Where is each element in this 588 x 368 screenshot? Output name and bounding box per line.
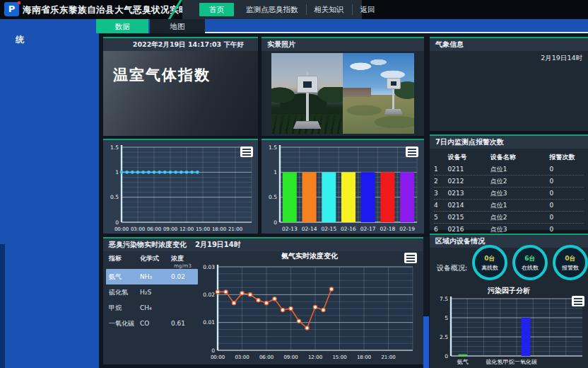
svg-text:18:00: 18:00: [357, 355, 371, 360]
svg-text:氨气: 氨气: [457, 359, 469, 365]
weather-panel-title: 气象信息: [435, 40, 464, 50]
svg-text:1.5: 1.5: [110, 144, 119, 151]
odor-cell: 一氧化碳: [106, 319, 140, 328]
greenhouse-index-chart-panel: 00.511.500:0003:0006:0009:0012:0015:0018…: [103, 139, 258, 234]
odor-table-row: 硫化氢H₂S: [106, 284, 198, 300]
odor-unit-label: mg/m3: [106, 263, 198, 269]
pollution-factor-chart: 02.557.5氨气硫化氢甲烷一氧化碳: [430, 294, 588, 367]
odor-table-row: 氨气NH₃0.02: [106, 269, 198, 284]
photos-panel-title: 实景照片: [267, 40, 295, 50]
alarm-cell: 0: [549, 214, 584, 221]
svg-text:15:00: 15:00: [196, 226, 210, 232]
odor-col-formula: 化学式: [140, 254, 171, 263]
alarm-cell: 点位1: [490, 201, 550, 210]
stat-label: 离线数: [481, 264, 498, 272]
alarm-cell: 0214: [447, 202, 490, 209]
svg-text:02-13: 02-13: [282, 226, 298, 232]
alarm-table-row: 40214点位10: [434, 200, 584, 212]
alarm-table-header-row: 设备号 设备名称 报警次数: [434, 151, 584, 163]
datetime-text: 2022年2月19日 14:17:03 下午好: [133, 40, 244, 50]
logo-red-dot: [18, 1, 20, 4]
svg-text:03:00: 03:00: [131, 226, 145, 232]
svg-text:12:00: 12:00: [308, 355, 322, 360]
alarm-cell: 0216: [447, 226, 490, 233]
svg-text:一氧化碳: 一氧化碳: [514, 359, 537, 365]
scrollbar-thumb[interactable]: [423, 316, 429, 368]
monitoring-device-1: [293, 71, 322, 129]
greenhouse-panel-header: 2022年2月19日 14:17:03 下午好: [103, 38, 258, 51]
svg-text:0.01: 0.01: [203, 319, 215, 326]
nav-item-knowledge[interactable]: 相关知识: [306, 4, 352, 15]
alarm-table: 设备号 设备名称 报警次数 10211点位1020212点位2030213点位3…: [430, 149, 588, 236]
site-photo-1: [271, 53, 343, 134]
alarm-panel-title: 7日内监测点报警次数: [435, 137, 504, 147]
odor-cell: CH₄: [140, 304, 171, 311]
chart-menu-icon[interactable]: [240, 146, 253, 157]
odor-panel-title: 恶臭污染物实时浓度变化: [109, 240, 187, 250]
greenhouse-title: 温室气体指数: [103, 51, 258, 85]
stat-label: 报警数: [562, 264, 579, 272]
svg-text:0: 0: [115, 219, 119, 226]
alarm-col-name: 设备名称: [490, 153, 550, 162]
alarm-table-body: 10211点位1020212点位2030213点位3040214点位105021…: [434, 163, 584, 236]
svg-text:7.5: 7.5: [440, 296, 448, 302]
svg-text:09:00: 09:00: [163, 226, 177, 232]
alarm-table-row: 50215点位20: [434, 212, 584, 224]
svg-text:02-19: 02-19: [399, 226, 415, 232]
monitoring-device-2: [384, 78, 403, 115]
svg-text:15:00: 15:00: [332, 355, 346, 360]
weather-panel: 气象信息 2月19日14时: [430, 37, 588, 131]
svg-text:0.03: 0.03: [203, 264, 215, 270]
alarm-cell: 点位3: [490, 189, 550, 198]
svg-text:0.02: 0.02: [203, 292, 215, 298]
nh3-chart-title: 氨气实时浓度变化: [198, 251, 421, 261]
svg-text:06:00: 06:00: [259, 355, 274, 360]
alarm-cell: 5: [434, 214, 447, 221]
main-nav: 首页 监测点恶臭指数 相关知识 返回: [182, 0, 362, 19]
sub-header-bar: [0, 19, 588, 33]
device-panel: 区域内设备情况 设备概况: 0台离线数6台在线数0台报警数 污染因子分析 02.…: [430, 234, 588, 368]
svg-text:09:00: 09:00: [283, 355, 298, 360]
svg-text:0: 0: [274, 219, 277, 226]
svg-text:00:00: 00:00: [114, 226, 129, 232]
alarm-cell: 4: [434, 202, 447, 209]
svg-text:06:00: 06:00: [147, 226, 161, 232]
svg-text:02-16: 02-16: [341, 226, 356, 232]
alarm-cell: 0212: [447, 178, 490, 185]
svg-text:02-15: 02-15: [321, 226, 336, 232]
device-stat-circle: 0台离线数: [472, 245, 507, 280]
nav-item-home[interactable]: 首页: [199, 3, 234, 16]
chart-menu-icon[interactable]: [406, 146, 418, 157]
dashboard-screen: P 海南省乐东黎族自治县大气恶臭状况实时发布系 首页 监测点恶臭指数 相关知识 …: [0, 0, 588, 368]
odor-table-row: 甲烷CH₄: [106, 300, 198, 316]
svg-text:0: 0: [211, 347, 215, 354]
greenhouse-panel: 2022年2月19日 14:17:03 下午好 温室气体指数: [103, 37, 258, 136]
sidebar-scroll-track[interactable]: [0, 244, 5, 368]
photos-panel-header: 实景照片: [261, 38, 424, 51]
odor-cell: NH₃: [140, 273, 171, 280]
alarm-cell: 1: [434, 166, 447, 173]
svg-text:18:00: 18:00: [212, 226, 226, 232]
odor-cell: 0.61: [171, 320, 198, 327]
svg-text:甲烷: 甲烷: [503, 359, 514, 365]
site-photo-2: [343, 53, 414, 134]
tab-data[interactable]: 数据: [96, 19, 148, 33]
odor-cell: 0.02: [171, 273, 198, 280]
svg-text:0: 0: [445, 353, 448, 360]
stat-count: 0台: [484, 254, 495, 263]
weather-datetime: 2月19日14时: [430, 51, 588, 66]
svg-text:02-18: 02-18: [380, 226, 396, 232]
svg-text:0.5: 0.5: [110, 194, 119, 200]
device-overview-label: 设备概况:: [437, 263, 467, 273]
chart-menu-icon[interactable]: [572, 296, 584, 306]
svg-text:12:00: 12:00: [180, 226, 194, 232]
nav-item-back[interactable]: 返回: [352, 4, 383, 15]
alarm-col-device: 设备号: [447, 153, 490, 162]
tab-map[interactable]: 地图: [150, 19, 205, 33]
chart-menu-icon[interactable]: [404, 253, 417, 263]
alarm-col-count: 报警次数: [549, 153, 584, 162]
odor-cell: 硫化氢: [106, 288, 140, 297]
nav-item-odor-index[interactable]: 监测点恶臭指数: [238, 4, 306, 15]
svg-text:21:00: 21:00: [228, 226, 242, 232]
alarm-table-row: 10211点位10: [434, 163, 584, 176]
